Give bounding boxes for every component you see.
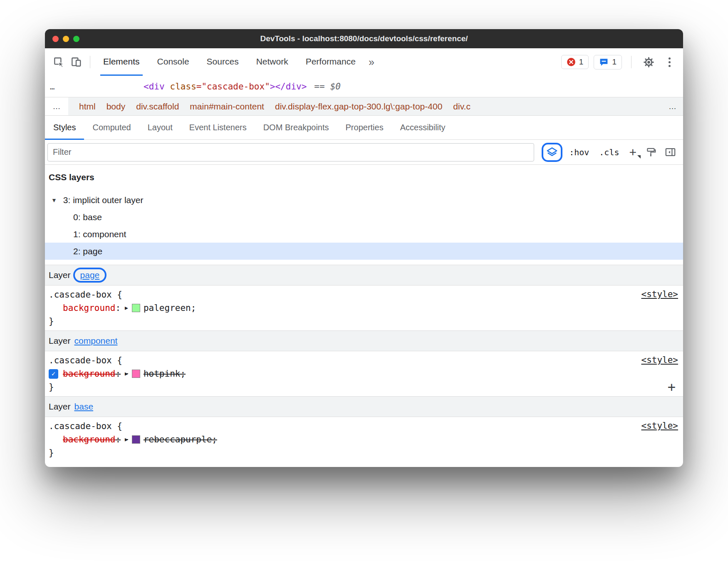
tab-accessibility[interactable]: Accessibility bbox=[392, 116, 454, 140]
tab-styles[interactable]: Styles bbox=[45, 116, 84, 140]
toggle-class-button[interactable]: .cls bbox=[596, 147, 622, 157]
window-title: DevTools - localhost:8080/docs/devtools/… bbox=[45, 34, 683, 43]
expand-arrow-icon[interactable]: ▶ bbox=[125, 301, 128, 315]
tab-console[interactable]: Console bbox=[149, 48, 198, 76]
property-name[interactable]: background bbox=[63, 367, 115, 380]
tab-dom-breakpoints[interactable]: DOM Breakpoints bbox=[255, 116, 337, 140]
inspect-element-button[interactable] bbox=[51, 54, 67, 70]
breadcrumb-overflow-left[interactable]: … bbox=[45, 97, 68, 115]
layer-tree-root[interactable]: ▼ 3: implicit outer layer bbox=[45, 191, 683, 209]
window-controls bbox=[45, 36, 79, 42]
tab-layout[interactable]: Layout bbox=[139, 116, 181, 140]
styles-filter-bar: :hov .cls + bbox=[45, 140, 683, 165]
rule-selector[interactable]: .cascade-box { bbox=[45, 420, 683, 433]
tab-elements[interactable]: Elements bbox=[94, 48, 149, 76]
layer-tree-item-page[interactable]: 2: page bbox=[45, 243, 683, 260]
rule-selector[interactable]: .cascade-box { bbox=[45, 288, 683, 301]
plus-caret-icon bbox=[637, 155, 641, 159]
node-ref-token: $0 bbox=[330, 82, 341, 92]
layer-tree-item-label: 1: component bbox=[73, 229, 126, 239]
zoom-window-button[interactable] bbox=[73, 36, 79, 42]
layer-header-page: Layer page bbox=[45, 265, 683, 286]
new-style-rule-button[interactable]: + bbox=[626, 146, 640, 159]
tab-sources[interactable]: Sources bbox=[198, 48, 248, 76]
breadcrumb-item-truncated[interactable]: div.c bbox=[453, 102, 470, 112]
issues-badge[interactable]: 1 bbox=[594, 55, 622, 70]
rule-selector[interactable]: .cascade-box { bbox=[45, 354, 683, 367]
layer-label: Layer bbox=[49, 336, 71, 346]
toggle-computed-sidebar-button[interactable] bbox=[662, 144, 678, 160]
property-row: background: ▶ palegreen; bbox=[45, 301, 683, 315]
property-row: background: ▶ rebeccapurple; bbox=[45, 433, 683, 446]
breadcrumb-item-body[interactable]: body bbox=[106, 102, 126, 112]
layer-link-page[interactable]: page bbox=[80, 270, 100, 280]
annotation-ring-page: page bbox=[73, 268, 107, 283]
style-source-link[interactable]: <style> bbox=[641, 421, 678, 431]
style-source-link[interactable]: <style> bbox=[641, 289, 678, 299]
layer-label: Layer bbox=[49, 402, 71, 412]
color-swatch-hotpink[interactable] bbox=[132, 370, 140, 378]
error-badge[interactable]: 1 bbox=[561, 55, 589, 69]
breadcrumb-item-html[interactable]: html bbox=[79, 102, 96, 112]
toolbar-separator-right bbox=[631, 56, 631, 68]
main-toolbar: Elements Console Sources Network Perform… bbox=[45, 48, 683, 76]
element-markup[interactable]: <divclass="cascade-box"></div>==$0 bbox=[144, 82, 341, 92]
tab-properties[interactable]: Properties bbox=[337, 116, 392, 140]
tab-event-listeners[interactable]: Event Listeners bbox=[181, 116, 255, 140]
layer-header-component: Layer component bbox=[45, 330, 683, 351]
tab-network[interactable]: Network bbox=[248, 48, 297, 76]
filter-input[interactable] bbox=[47, 143, 534, 161]
insert-style-rule-button[interactable]: + bbox=[668, 380, 676, 394]
toggle-hover-state-button[interactable]: :hov bbox=[566, 147, 592, 157]
color-swatch-rebeccapurple[interactable] bbox=[132, 435, 140, 444]
device-toolbar-button[interactable] bbox=[68, 54, 84, 70]
issues-icon bbox=[599, 57, 609, 67]
property-value[interactable]: rebeccapurple; bbox=[144, 433, 217, 446]
rendering-emulation-button[interactable] bbox=[643, 144, 659, 160]
layer-tree-item-label: 2: page bbox=[73, 246, 102, 256]
close-window-button[interactable] bbox=[52, 36, 59, 42]
color-swatch-palegreen[interactable] bbox=[132, 304, 140, 312]
property-value[interactable]: hotpink; bbox=[144, 367, 186, 380]
rule-close-brace: } bbox=[45, 315, 683, 328]
layer-tree-item-base[interactable]: 0: base bbox=[45, 209, 683, 226]
property-checkbox[interactable]: ✓ bbox=[49, 369, 58, 379]
breadcrumb-item-main-content[interactable]: main#main-content bbox=[190, 102, 264, 112]
titlebar: DevTools - localhost:8080/docs/devtools/… bbox=[45, 29, 683, 48]
tag-open-token[interactable]: <div bbox=[144, 82, 165, 92]
settings-button[interactable] bbox=[641, 54, 656, 70]
layers-icon bbox=[546, 146, 558, 159]
layer-header-base: Layer base bbox=[45, 396, 683, 417]
tab-computed[interactable]: Computed bbox=[84, 116, 139, 140]
property-name[interactable]: background bbox=[63, 433, 115, 446]
style-source-link[interactable]: <style> bbox=[641, 355, 678, 365]
check-icon: ✓ bbox=[52, 370, 56, 377]
expand-arrow-icon[interactable]: ▶ bbox=[125, 367, 128, 380]
elements-overflow-ellipsis[interactable]: … bbox=[50, 82, 54, 91]
breadcrumb-overflow-right[interactable]: … bbox=[664, 102, 676, 111]
tag-close-token[interactable]: ></div> bbox=[270, 82, 307, 92]
styles-pane-tabs: Styles Computed Layout Event Listeners D… bbox=[45, 116, 683, 140]
breadcrumb-item-scaffold[interactable]: div.scaffold bbox=[136, 102, 179, 112]
devtools-window: DevTools - localhost:8080/docs/devtools/… bbox=[45, 29, 683, 467]
style-rule-component: <style> .cascade-box { ✓ background: ▶ h… bbox=[45, 351, 683, 396]
main-menu-button[interactable] bbox=[661, 54, 677, 70]
attr-value-token[interactable]: ="cascade-box" bbox=[196, 82, 270, 92]
elements-tree-row[interactable]: … <divclass="cascade-box"></div>==$0 bbox=[45, 76, 683, 97]
layer-tree-item-component[interactable]: 1: component bbox=[45, 226, 683, 243]
expand-arrow-icon[interactable]: ▶ bbox=[125, 433, 128, 446]
annotation-ring-layers bbox=[542, 143, 562, 162]
more-tabs-button[interactable]: » bbox=[364, 56, 379, 68]
layer-link-component[interactable]: component bbox=[74, 336, 118, 346]
property-row: ✓ background: ▶ hotpink; bbox=[45, 367, 683, 380]
property-name[interactable]: background bbox=[63, 301, 115, 315]
minimize-window-button[interactable] bbox=[63, 36, 69, 42]
attr-name-token[interactable]: class bbox=[170, 82, 196, 92]
property-value[interactable]: palegreen; bbox=[144, 301, 196, 315]
breadcrumb-item-display-flex[interactable]: div.display-flex.gap-top-300.lg\:gap-top… bbox=[275, 102, 442, 112]
css-layers-toggle-button[interactable] bbox=[545, 146, 559, 159]
disclosure-triangle-icon[interactable]: ▼ bbox=[51, 197, 57, 204]
layer-link-base[interactable]: base bbox=[74, 402, 94, 412]
tab-performance[interactable]: Performance bbox=[297, 48, 364, 76]
css-layers-title: CSS layers bbox=[45, 172, 683, 182]
